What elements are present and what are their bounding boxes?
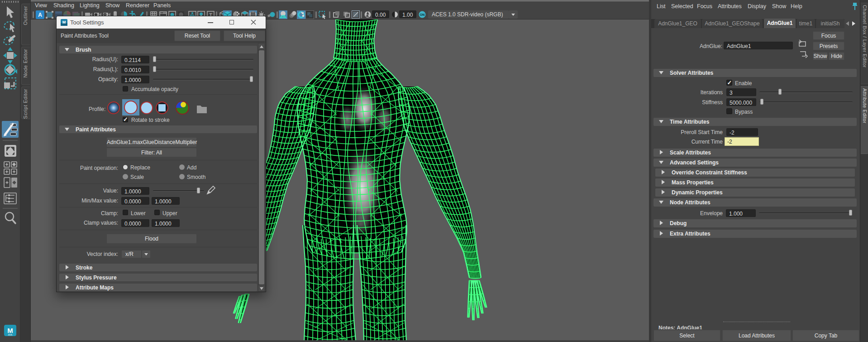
svg-text:A: A xyxy=(38,12,42,18)
svg-text:M: M xyxy=(62,20,66,24)
svg-text:AYA: AYA xyxy=(8,333,13,336)
svg-text:ON: ON xyxy=(420,13,425,16)
